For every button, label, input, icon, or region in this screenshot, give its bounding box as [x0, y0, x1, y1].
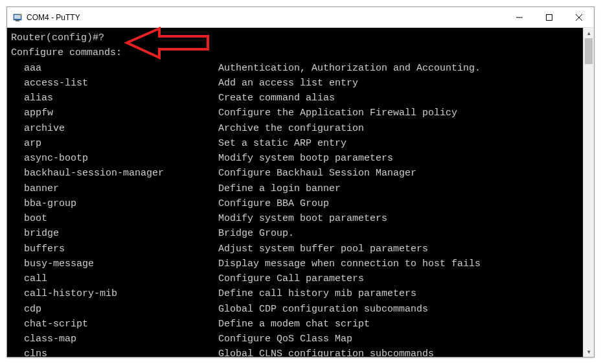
- scrollbar-down-icon[interactable]: ▾: [584, 347, 594, 357]
- command-row: callConfigure Call parameters: [11, 271, 579, 286]
- command-name: chat-script: [11, 317, 218, 332]
- command-row: buffersAdjust system buffer pool paramet…: [11, 242, 579, 256]
- command-row: bba-groupConfigure BBA Group: [11, 196, 579, 211]
- command-row: aaaAuthentication, Authorization and Acc…: [11, 61, 579, 76]
- terminal-area: Router(config)#?Configure commands:aaaAu…: [7, 28, 594, 357]
- putty-window: COM4 - PuTTY Router(config)#?Configure c…: [6, 6, 595, 358]
- command-name: aaa: [11, 61, 218, 76]
- command-description: Define a modem chat script: [218, 317, 370, 332]
- terminal-prompt: Router(config)#?: [11, 30, 579, 45]
- command-row: aliasCreate command alias: [11, 91, 579, 106]
- command-row: busy-messageDisplay message when connect…: [11, 256, 579, 271]
- command-description: Modify system boot parameters: [218, 211, 387, 226]
- window-title: COM4 - PuTTY: [27, 13, 505, 22]
- command-description: Modify system bootp parameters: [218, 151, 393, 166]
- command-name: arp: [11, 136, 218, 151]
- command-description: Display message when connection to host …: [218, 256, 481, 271]
- command-name: cdp: [11, 302, 218, 317]
- command-name: call: [11, 271, 218, 286]
- command-name: call-history-mib: [11, 286, 218, 301]
- command-name: async-bootp: [11, 151, 218, 166]
- command-description: Create command alias: [218, 91, 335, 106]
- command-row: clnsGlobal CLNS configuration subcommand…: [11, 347, 579, 357]
- putty-icon: [12, 12, 23, 23]
- command-row: archiveArchive the configuration: [11, 121, 579, 136]
- titlebar[interactable]: COM4 - PuTTY: [7, 7, 594, 28]
- command-row: bannerDefine a login banner: [11, 181, 579, 196]
- command-row: arpSet a static ARP entry: [11, 136, 579, 151]
- command-row: backhaul-session-managerConfigure Backha…: [11, 166, 579, 181]
- command-description: Add an access list entry: [218, 76, 358, 91]
- command-description: Global CDP configuration subcommands: [218, 302, 428, 317]
- command-description: Define call history mib parameters: [218, 286, 416, 301]
- command-description: Bridge Group.: [218, 226, 294, 241]
- command-name: clns: [11, 347, 218, 357]
- command-description: Configure Call parameters: [218, 271, 364, 286]
- svg-rect-2: [16, 20, 19, 21]
- command-description: Authentication, Authorization and Accoun…: [218, 61, 481, 76]
- close-button[interactable]: [564, 7, 594, 27]
- command-row: bridgeBridge Group.: [11, 226, 579, 241]
- command-name: bba-group: [11, 196, 218, 211]
- command-name: buffers: [11, 242, 218, 256]
- command-description: Configure BBA Group: [218, 196, 329, 211]
- command-name: bridge: [11, 226, 218, 241]
- command-name: archive: [11, 121, 218, 136]
- command-name: boot: [11, 211, 218, 226]
- command-description: Archive the configuration: [218, 121, 364, 136]
- command-name: access-list: [11, 76, 218, 91]
- command-row: cdpGlobal CDP configuration subcommands: [11, 302, 579, 317]
- command-row: appfwConfigure the Application Firewall …: [11, 106, 579, 120]
- command-name: appfw: [11, 106, 218, 120]
- command-description: Configure the Application Firewall polic…: [218, 106, 457, 120]
- command-row: access-listAdd an access list entry: [11, 76, 579, 91]
- command-description: Set a static ARP entry: [218, 136, 346, 151]
- command-description: Define a login banner: [218, 181, 341, 196]
- minimize-button[interactable]: [505, 7, 534, 27]
- command-description: Configure QoS Class Map: [218, 332, 352, 347]
- scrollbar-up-icon[interactable]: ▴: [584, 28, 594, 38]
- scrollbar[interactable]: ▴ ▾: [583, 28, 594, 357]
- command-description: Adjust system buffer pool parameters: [218, 242, 428, 256]
- command-name: class-map: [11, 332, 218, 347]
- command-description: Configure Backhaul Session Manager: [218, 166, 416, 181]
- command-row: chat-scriptDefine a modem chat script: [11, 317, 579, 332]
- window-controls: [505, 7, 594, 27]
- command-row: call-history-mibDefine call history mib …: [11, 286, 579, 301]
- terminal-header: Configure commands:: [11, 45, 579, 60]
- command-name: banner: [11, 181, 218, 196]
- command-row: bootModify system boot parameters: [11, 211, 579, 226]
- command-row: class-mapConfigure QoS Class Map: [11, 332, 579, 347]
- command-description: Global CLNS configuration subcommands: [218, 347, 434, 357]
- command-name: alias: [11, 91, 218, 106]
- maximize-button[interactable]: [534, 7, 564, 27]
- command-row: async-bootpModify system bootp parameter…: [11, 151, 579, 166]
- terminal-output[interactable]: Router(config)#?Configure commands:aaaAu…: [7, 28, 583, 357]
- svg-rect-3: [547, 14, 552, 20]
- command-name: backhaul-session-manager: [11, 166, 218, 181]
- scrollbar-thumb[interactable]: [585, 38, 593, 64]
- command-name: busy-message: [11, 256, 218, 271]
